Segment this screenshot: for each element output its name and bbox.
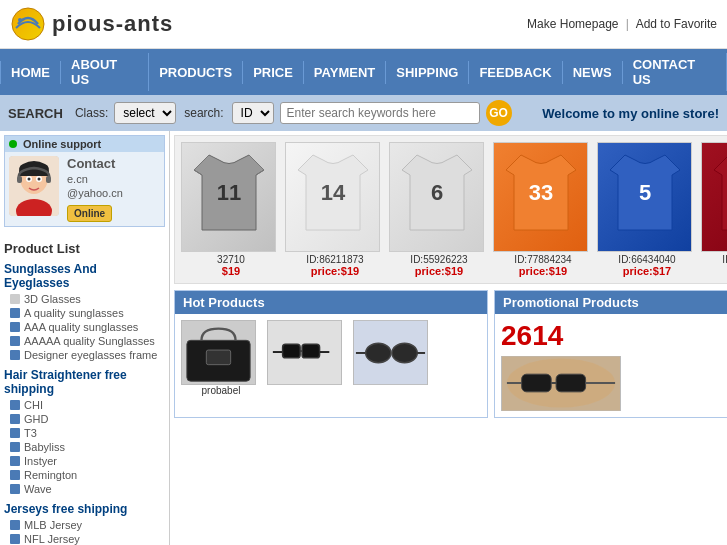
svg-rect-28 xyxy=(522,374,552,392)
list-item[interactable]: AAA quality sunglasses xyxy=(4,320,165,334)
plus-icon xyxy=(10,520,20,530)
product-id: ID:55926223 xyxy=(389,254,489,265)
hot-item-image xyxy=(267,320,342,385)
list-item[interactable]: MLB Jersey xyxy=(4,518,165,532)
make-homepage-link[interactable]: Make Homepage xyxy=(527,17,618,31)
plus-icon xyxy=(10,400,20,410)
online-button[interactable]: Online xyxy=(67,205,112,222)
list-item[interactable]: GHD xyxy=(4,412,165,426)
header-links: Make Homepage | Add to Favorite xyxy=(527,17,717,31)
email1: e.cn xyxy=(67,173,160,185)
product-price: $19 xyxy=(181,265,281,277)
hot-item-image xyxy=(181,320,256,385)
product-id: ID:75204792 xyxy=(701,254,727,265)
nav-home[interactable]: HOME xyxy=(0,61,61,84)
hot-item[interactable] xyxy=(353,320,433,396)
svg-point-8 xyxy=(38,178,41,181)
nav-news[interactable]: NEWS xyxy=(563,61,623,84)
email2: @yahoo.cn xyxy=(67,187,160,199)
plus-icon xyxy=(10,308,20,318)
product-card[interactable]: 6 ID:55926223 price:$19 xyxy=(389,142,489,277)
product-price: price:$19 xyxy=(701,265,727,277)
contact-title: Contact xyxy=(67,156,160,171)
online-indicator xyxy=(9,140,17,148)
nav-feedback[interactable]: FEEDBACK xyxy=(469,61,562,84)
product-id: ID:66434040 xyxy=(597,254,697,265)
svg-rect-21 xyxy=(283,344,301,358)
svg-rect-29 xyxy=(556,374,586,392)
product-image: 33 xyxy=(493,142,588,252)
search-colon-label: search: xyxy=(184,106,223,120)
contact-info: Contact e.cn @yahoo.cn Online xyxy=(67,156,160,222)
class-label: Class: xyxy=(75,106,108,120)
plus-icon xyxy=(10,442,20,452)
list-item[interactable]: 3D Glasses xyxy=(4,292,165,306)
list-item[interactable]: A quality sunglasses xyxy=(4,306,165,320)
svg-text:5: 5 xyxy=(638,180,650,205)
hot-item-label: probabel xyxy=(181,385,261,396)
bottom-section: Hot Products probabel xyxy=(174,290,727,418)
header: pious-ants Make Homepage | Add to Favori… xyxy=(0,0,727,49)
jersey-svg: 6 xyxy=(392,145,482,250)
list-item[interactable]: T3 xyxy=(4,426,165,440)
product-image: 5 xyxy=(597,142,692,252)
welcome-message: Welcome to my online store! xyxy=(542,106,719,121)
add-favorite-link[interactable]: Add to Favorite xyxy=(636,17,717,31)
list-item[interactable]: Wave xyxy=(4,482,165,496)
promo-sunglasses-svg xyxy=(502,356,620,411)
product-card[interactable]: 5 ID:66434040 price:$17 xyxy=(597,142,697,277)
jersey-svg: 14 xyxy=(288,145,378,250)
id-select[interactable]: ID xyxy=(232,102,274,124)
product-image: 14 xyxy=(285,142,380,252)
category-sunglasses: Sunglasses And Eyeglasses xyxy=(4,262,165,290)
product-card[interactable]: 11 32710 $19 xyxy=(181,142,281,277)
nav-products[interactable]: PRODUCTS xyxy=(149,61,243,84)
nav-price[interactable]: PRICE xyxy=(243,61,304,84)
promo-products-section: Promotional Products 2614 xyxy=(494,290,727,418)
plus-icon xyxy=(10,428,20,438)
class-select[interactable]: select xyxy=(114,102,176,124)
product-price: price:$19 xyxy=(389,265,489,277)
nav-about[interactable]: ABOUT US xyxy=(61,53,149,91)
online-support-title: Online support xyxy=(5,136,164,152)
sidebar: Online support xyxy=(0,131,170,545)
product-id: 32710 xyxy=(181,254,281,265)
jersey-svg: 28 xyxy=(704,145,728,250)
list-item[interactable]: Babyliss xyxy=(4,440,165,454)
plus-icon xyxy=(10,534,20,544)
search-label: SEARCH xyxy=(8,106,63,121)
product-card[interactable]: 33 ID:77884234 price:$19 xyxy=(493,142,593,277)
hot-products-content: probabel xyxy=(175,314,487,402)
hot-item[interactable]: probabel xyxy=(181,320,261,396)
list-item[interactable]: Remington xyxy=(4,468,165,482)
minus-icon xyxy=(10,294,20,304)
svg-point-1 xyxy=(18,18,22,22)
bag-svg xyxy=(182,320,255,385)
online-support-box: Online support xyxy=(4,135,165,227)
plus-icon xyxy=(10,336,20,346)
plus-icon xyxy=(10,470,20,480)
list-item[interactable]: NFL Jersey xyxy=(4,532,165,545)
list-item[interactable]: AAAAA quality Sunglasses xyxy=(4,334,165,348)
hot-products-section: Hot Products probabel xyxy=(174,290,488,418)
product-card[interactable]: 14 ID:86211873 price:$19 xyxy=(285,142,385,277)
promo-image[interactable] xyxy=(501,356,621,411)
list-item[interactable]: Designer eyeglasses frame xyxy=(4,348,165,362)
avatar-image xyxy=(9,156,59,216)
list-item[interactable]: Instyer xyxy=(4,454,165,468)
product-card[interactable]: 28 ID:75204792 price:$19 xyxy=(701,142,727,277)
search-input[interactable] xyxy=(280,102,480,124)
product-image: 6 xyxy=(389,142,484,252)
nav-contact[interactable]: CONTACT US xyxy=(623,53,727,91)
hot-item[interactable] xyxy=(267,320,347,396)
category-jersey: Jerseys free shipping xyxy=(4,502,165,516)
nav-shipping[interactable]: SHIPPING xyxy=(386,61,469,84)
plus-icon xyxy=(10,350,20,360)
nav-payment[interactable]: PAYMENT xyxy=(304,61,386,84)
list-item[interactable]: CHI xyxy=(4,398,165,412)
svg-rect-22 xyxy=(302,344,320,358)
svg-text:14: 14 xyxy=(320,180,345,205)
go-button[interactable]: GO xyxy=(486,100,512,126)
jersey-svg: 5 xyxy=(600,145,690,250)
plus-icon xyxy=(10,484,20,494)
